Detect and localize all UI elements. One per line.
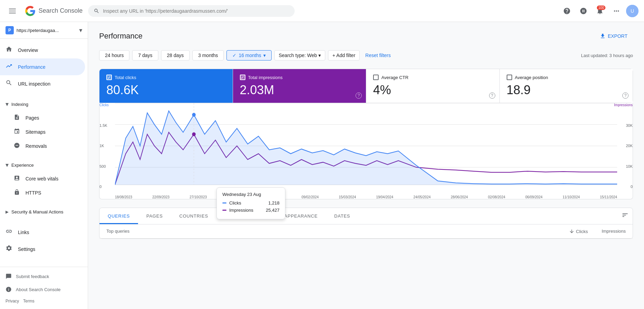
about-label: About Search Console: [16, 287, 61, 292]
filter-3m[interactable]: 3 months: [192, 50, 224, 60]
average-position-checkbox[interactable]: [507, 75, 512, 80]
total-impressions-checkbox[interactable]: ✓: [240, 75, 245, 80]
sidebar-item-cwv-label: Core web vitals: [25, 176, 59, 181]
privacy-link[interactable]: Privacy: [6, 299, 19, 304]
average-ctr-value: 4%: [373, 83, 493, 97]
cwv-icon: [14, 175, 20, 182]
svg-rect-0: [9, 9, 16, 9]
tab-pages[interactable]: PAGES: [138, 208, 171, 224]
url-inspect-input[interactable]: [103, 8, 289, 14]
sidebar-item-links-label: Links: [18, 230, 29, 235]
x-label-7: 19/04/2024: [376, 195, 393, 199]
total-clicks-card[interactable]: ✓ Total clicks 80.6K: [99, 69, 233, 103]
site-selector[interactable]: P https://peterdaugaa... ▾: [0, 22, 88, 39]
impressions-info[interactable]: ?: [356, 92, 362, 99]
x-label-2: 27/10/2023: [190, 195, 207, 199]
x-axis: 18/08/2023 22/09/2023 27/10/2023 01/12/2…: [115, 195, 617, 199]
average-ctr-card[interactable]: Average CTR 4% ?: [366, 69, 500, 103]
performance-icon: [6, 63, 12, 71]
site-url: https://peterdaugaa...: [17, 28, 76, 33]
sidebar-item-overview-label: Overview: [18, 47, 38, 53]
sidebar-item-links[interactable]: Links: [0, 224, 85, 241]
total-clicks-label: Total clicks: [115, 75, 136, 80]
pages-icon: [14, 114, 20, 121]
y-right-20k: 20K: [626, 144, 633, 148]
site-dropdown-arrow: ▾: [79, 26, 82, 34]
links-nav: Links Settings: [0, 221, 88, 260]
average-ctr-checkbox[interactable]: [373, 75, 379, 80]
https-icon: [14, 189, 20, 196]
indexing-label: Indexing: [11, 102, 28, 107]
url-inspect-bar[interactable]: [88, 5, 295, 17]
filter-24h[interactable]: 24 hours: [99, 50, 129, 60]
average-position-card[interactable]: Average position 18.9 ?: [500, 69, 633, 103]
export-icon: [600, 33, 606, 39]
tab-pages-label: PAGES: [146, 213, 163, 219]
tab-queries[interactable]: QUERIES: [99, 208, 138, 224]
active-check: ✓: [232, 53, 236, 58]
sidebar-item-settings[interactable]: Settings: [0, 241, 85, 257]
sidebar-item-pages[interactable]: Pages: [0, 111, 85, 125]
security-header[interactable]: ▸ Security & Manual Actions: [0, 205, 88, 218]
total-clicks-header: ✓ Total clicks: [106, 75, 226, 80]
sidebar-item-sitemaps[interactable]: Sitemaps: [0, 125, 85, 139]
sidebar-item-removals[interactable]: Removals: [0, 139, 85, 153]
app-logo: Search Console: [25, 5, 83, 16]
total-clicks-value: 80.6K: [106, 83, 226, 97]
y-left-500: 500: [99, 164, 113, 168]
filter-7d[interactable]: 7 days: [132, 50, 158, 60]
search-type-label: Search type: Web: [279, 53, 317, 58]
tooltip-clicks-value: 1,218: [268, 200, 279, 206]
sidebar-item-url-inspection[interactable]: URL inspection: [0, 75, 85, 92]
tabs-header: QUERIES PAGES COUNTRIES DEVICES SEARCH A…: [99, 208, 633, 224]
menu-button[interactable]: [6, 4, 19, 18]
average-position-header: Average position: [507, 75, 626, 80]
sidebar-item-overview[interactable]: Overview: [0, 42, 85, 58]
sidebar-item-core-web-vitals[interactable]: Core web vitals: [0, 172, 85, 186]
metrics-row: ✓ Total clicks 80.6K ✓ Total impressions…: [99, 69, 633, 103]
security-label: Security & Manual Actions: [11, 209, 63, 214]
y-right-0: 0: [631, 185, 633, 189]
sidebar-item-https[interactable]: HTTPS: [0, 186, 85, 200]
sidebar-footer: Submit feedback About Search Console Pri…: [0, 267, 88, 309]
header: Search Console 100 U: [0, 0, 644, 22]
export-label: EXPORT: [608, 33, 627, 39]
account-search-button[interactable]: [577, 4, 590, 18]
export-button[interactable]: EXPORT: [594, 30, 633, 42]
tab-countries[interactable]: COUNTRIES: [171, 208, 217, 224]
x-label-10: 02/08/2024: [488, 195, 505, 199]
search-type-button[interactable]: Search type: Web ▾: [274, 50, 325, 60]
sidebar-item-performance[interactable]: Performance: [0, 58, 85, 75]
clicks-sort-button[interactable]: Clicks: [569, 229, 588, 234]
security-section: ▸ Security & Manual Actions: [0, 202, 88, 221]
add-filter-button[interactable]: + Add filter: [328, 50, 360, 60]
tab-dates[interactable]: DATES: [326, 208, 358, 224]
site-icon: P: [6, 26, 14, 34]
tab-dates-label: DATES: [334, 213, 350, 219]
reset-filters-button[interactable]: Reset filters: [362, 51, 393, 60]
page-header: Performance EXPORT: [99, 30, 633, 42]
sidebar-item-url-inspection-label: URL inspection: [18, 81, 50, 87]
terms-link[interactable]: Terms: [23, 299, 34, 304]
filter-16m-label: 16 months: [239, 53, 261, 58]
user-avatar[interactable]: U: [626, 5, 638, 17]
filter-28d[interactable]: 28 days: [161, 50, 190, 60]
submit-feedback-label: Submit feedback: [16, 274, 49, 279]
y-left-1500: 1.5K: [99, 123, 113, 128]
position-info[interactable]: ?: [622, 92, 629, 99]
experience-header[interactable]: ▾ Experience: [0, 158, 88, 172]
filter-rows-button[interactable]: [622, 212, 629, 220]
indexing-header[interactable]: ▾ Indexing: [0, 98, 88, 111]
submit-feedback-item[interactable]: Submit feedback: [0, 270, 88, 283]
help-button[interactable]: [560, 4, 574, 18]
links-icon: [6, 228, 12, 236]
tooltip-clicks-label: Clicks: [229, 200, 265, 206]
filter-16m[interactable]: ✓ 16 months ▾: [226, 50, 271, 60]
total-impressions-card[interactable]: ✓ Total impressions 2.03M ?: [233, 69, 367, 103]
apps-button[interactable]: [610, 4, 623, 18]
ctr-info[interactable]: ?: [489, 92, 495, 99]
header-actions: 100 U: [560, 4, 638, 18]
about-item[interactable]: About Search Console: [0, 283, 88, 296]
last-updated: Last updated: 3 hours ago: [581, 53, 633, 58]
total-clicks-checkbox[interactable]: ✓: [106, 75, 112, 80]
